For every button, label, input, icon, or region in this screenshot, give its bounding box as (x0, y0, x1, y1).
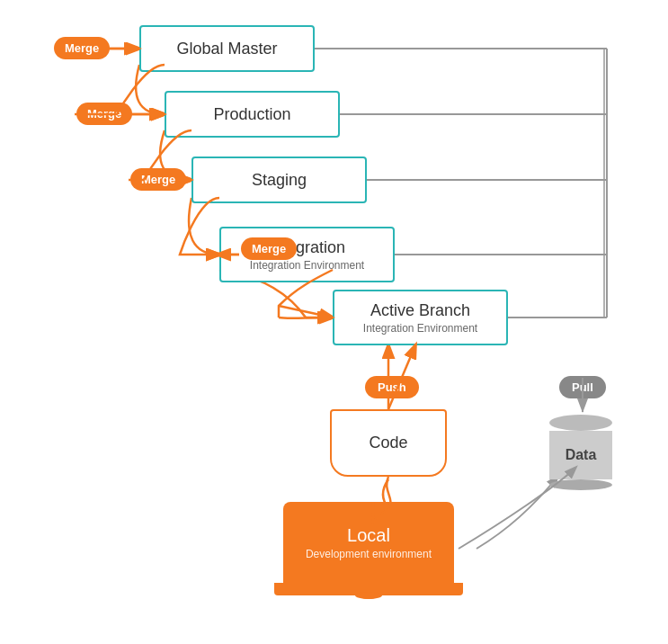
data-label: Data (566, 447, 597, 463)
active-branch-box: Active Branch Integration Environment (333, 290, 508, 345)
code-box: Code (330, 409, 447, 477)
laptop-base (274, 583, 463, 595)
active-branch-label: Active Branch (370, 301, 470, 320)
merge-badge-3: Merge (130, 168, 186, 191)
integration-subtitle: Integration Environment (250, 259, 364, 272)
global-master-label: Global Master (176, 40, 277, 58)
merge-badge-2: Merge (76, 103, 132, 125)
laptop-label: Local (347, 525, 390, 546)
staging-box: Staging (191, 157, 367, 203)
production-label: Production (213, 105, 290, 124)
data-cylinder: Data (545, 412, 617, 493)
push-badge: Push (365, 376, 419, 398)
laptop: Local Development environment (279, 502, 459, 595)
production-box: Production (165, 91, 340, 138)
merge-badge-4: Merge (241, 237, 297, 260)
laptop-subtitle: Development environment (306, 548, 432, 560)
active-branch-subtitle: Integration Environment (363, 322, 477, 335)
pull-badge: Pull (559, 376, 606, 398)
laptop-screen: Local Development environment (283, 502, 454, 583)
global-master-box: Global Master (139, 25, 315, 72)
diagram: Global Master Production Staging Integra… (0, 0, 668, 644)
staging-label: Staging (252, 171, 307, 190)
code-label: Code (369, 434, 407, 452)
merge-badge-1: Merge (54, 37, 110, 59)
